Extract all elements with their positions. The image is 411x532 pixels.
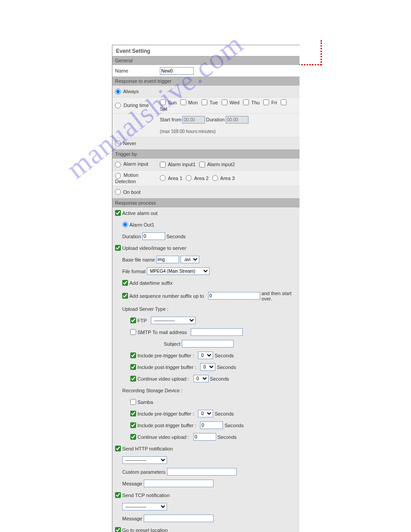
- tcp-message-input[interactable]: [144, 515, 214, 522]
- pre-trigger-select2[interactable]: 0: [198, 410, 213, 417]
- tcp-select[interactable]: --------------: [122, 503, 167, 511]
- file-format-select[interactable]: MPEG4 (Main Stream): [147, 267, 210, 275]
- check-samba[interactable]: [130, 399, 136, 405]
- check-goto-preset[interactable]: [115, 527, 121, 532]
- label-fri: Fri: [271, 100, 277, 105]
- duration-input[interactable]: [226, 116, 248, 124]
- post-trigger-input2[interactable]: [200, 421, 223, 429]
- check-thu[interactable]: [243, 99, 249, 105]
- label-message: Message: [122, 481, 142, 486]
- label-pre-trigger2: Include pre-trigger buffer :: [137, 411, 194, 416]
- post-trigger-select[interactable]: 0: [200, 363, 215, 371]
- annotation-vertical: [321, 40, 322, 65]
- custom-params-input[interactable]: [167, 468, 237, 476]
- check-post-trigger2[interactable]: [130, 422, 136, 428]
- check-smtp[interactable]: [130, 329, 136, 335]
- check-tue[interactable]: [201, 99, 207, 105]
- label-smtp: SMTP To mail address: [137, 330, 187, 335]
- label-custom-params: Custom parameters: [122, 469, 166, 475]
- check-upload-server[interactable]: [115, 245, 121, 251]
- label-on-boot: On boot: [123, 189, 141, 195]
- label-subject: Subject: [164, 341, 180, 347]
- label-active-alarm-out: Active alarm out: [122, 210, 158, 216]
- label-seconds: Seconds: [167, 234, 186, 239]
- check-mon[interactable]: [180, 99, 186, 105]
- check-add-datetime[interactable]: [122, 280, 128, 286]
- cont-upload-input2[interactable]: [193, 433, 216, 441]
- radio-alarm-input[interactable]: [115, 162, 121, 167]
- check-fri[interactable]: [263, 99, 269, 105]
- radio-motion-detection[interactable]: [115, 173, 121, 179]
- section-trigger-by: Trigger by: [112, 150, 300, 159]
- label-add-seq: Add sequence number suffix up to: [129, 293, 204, 299]
- label-post-trigger2: Include post-trigger buffer :: [137, 423, 196, 428]
- start-from-input[interactable]: [182, 116, 205, 124]
- label-duration2: Duration: [122, 234, 141, 239]
- label-alarm-input1: Alarm input1: [168, 162, 196, 167]
- label-duration: Duration: [206, 117, 225, 122]
- label-seconds7: Seconds: [218, 434, 237, 440]
- check-sat[interactable]: [281, 99, 287, 105]
- label-seconds2: Seconds: [215, 353, 234, 358]
- max-note: (max 168:00 hours:minutes): [160, 129, 297, 134]
- label-upload-server: Upload video/image to server: [122, 245, 186, 251]
- http-select[interactable]: --------------: [122, 456, 167, 464]
- check-alarm-input1[interactable]: [160, 162, 166, 167]
- label-seq-after: and then start over.: [261, 291, 297, 301]
- smtp-input[interactable]: [191, 328, 243, 336]
- cont-upload-select[interactable]: 0: [193, 375, 209, 382]
- base-file-name-input[interactable]: [156, 256, 179, 263]
- label-send-tcp: Send TCP notification: [122, 493, 170, 498]
- radio-on-boot[interactable]: [115, 189, 121, 195]
- label-alarm-out1: Alarm Out1: [129, 222, 154, 227]
- check-active-alarm-out[interactable]: [115, 210, 121, 216]
- radio-area3[interactable]: [212, 175, 218, 181]
- check-send-tcp[interactable]: [115, 492, 121, 498]
- pre-trigger-select[interactable]: 0: [198, 352, 213, 359]
- check-post-trigger[interactable]: [130, 364, 136, 370]
- label-area1: Area 1: [168, 176, 182, 181]
- label-alarm-input: Alarm input: [123, 161, 148, 167]
- alarm-duration-input[interactable]: [142, 232, 165, 240]
- label-during-time: During time: [124, 103, 149, 108]
- check-pre-trigger[interactable]: [130, 352, 136, 358]
- subject-input[interactable]: [182, 340, 234, 348]
- label-add-datetime: Add date/time suffix: [129, 280, 172, 286]
- check-wed[interactable]: [222, 99, 227, 105]
- label-mon: Mon: [188, 100, 198, 105]
- label-seconds6: Seconds: [224, 423, 244, 428]
- check-pre-trigger2[interactable]: [130, 411, 136, 416]
- radio-never[interactable]: [115, 141, 121, 146]
- section-response-trigger: Response to event trigger: [112, 77, 300, 86]
- seq-input[interactable]: [208, 292, 260, 300]
- label-send-http: Send HTTP notification: [122, 446, 173, 451]
- check-sun[interactable]: [160, 99, 166, 105]
- http-message-input[interactable]: [144, 480, 214, 487]
- label-alarm-input2: Alarm input2: [207, 162, 235, 167]
- radio-area2[interactable]: [186, 175, 192, 181]
- page-title: Event Setting: [112, 45, 300, 56]
- name-input[interactable]: [160, 67, 194, 75]
- check-alarm-input2[interactable]: [199, 162, 205, 167]
- radio-during-time[interactable]: [115, 103, 121, 108]
- check-cont-upload[interactable]: [130, 376, 136, 382]
- label-never: Never: [123, 141, 136, 146]
- label-seconds4: Seconds: [210, 376, 229, 382]
- label-area2: Area 2: [194, 176, 208, 181]
- ftp-select[interactable]: --------------: [151, 317, 196, 324]
- check-ftp[interactable]: [130, 317, 136, 323]
- check-send-http[interactable]: [115, 446, 121, 451]
- radio-alarm-out1[interactable]: [122, 222, 128, 227]
- label-base-file-name: Base file name: [122, 257, 155, 262]
- radio-always[interactable]: [115, 89, 121, 94]
- label-post-trigger: Include post-trigger buffer :: [137, 365, 196, 370]
- radio-area1[interactable]: [160, 175, 166, 181]
- name-label: Name: [115, 68, 160, 73]
- section-response-process: Response process: [112, 198, 300, 207]
- label-rec-storage: Recording Storage Device :: [122, 388, 183, 393]
- check-add-seq[interactable]: [122, 293, 128, 299]
- label-pre-trigger: Include pre-trigger buffer :: [137, 353, 194, 358]
- label-samba: Samba: [137, 399, 153, 405]
- ext-select[interactable]: .avi: [180, 256, 199, 263]
- check-cont-upload2[interactable]: [130, 434, 136, 440]
